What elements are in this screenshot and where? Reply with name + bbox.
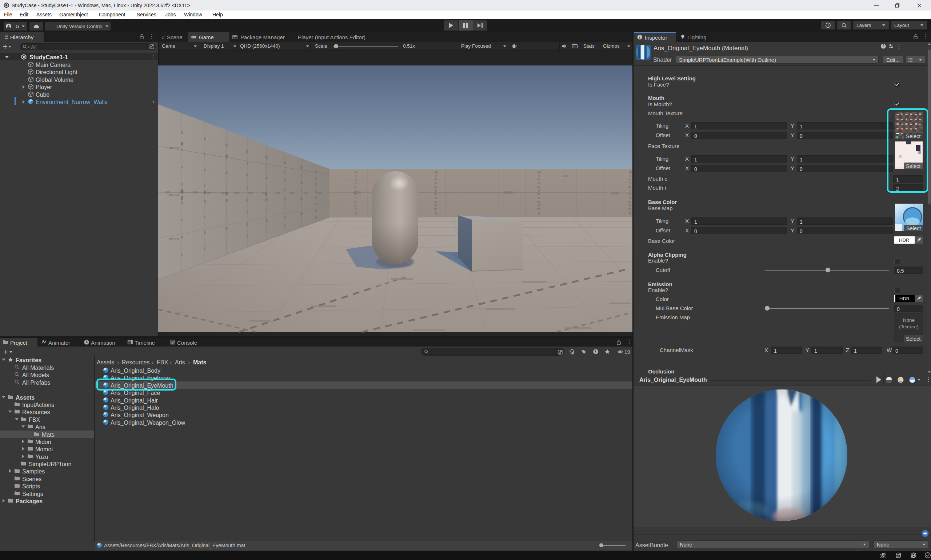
svg-text:5METER: 5METER: [168, 237, 179, 241]
svg-text:5METER: 5METER: [168, 193, 179, 196]
svg-text:5METER: 5METER: [168, 146, 179, 150]
svg-text:?: ?: [882, 44, 885, 48]
